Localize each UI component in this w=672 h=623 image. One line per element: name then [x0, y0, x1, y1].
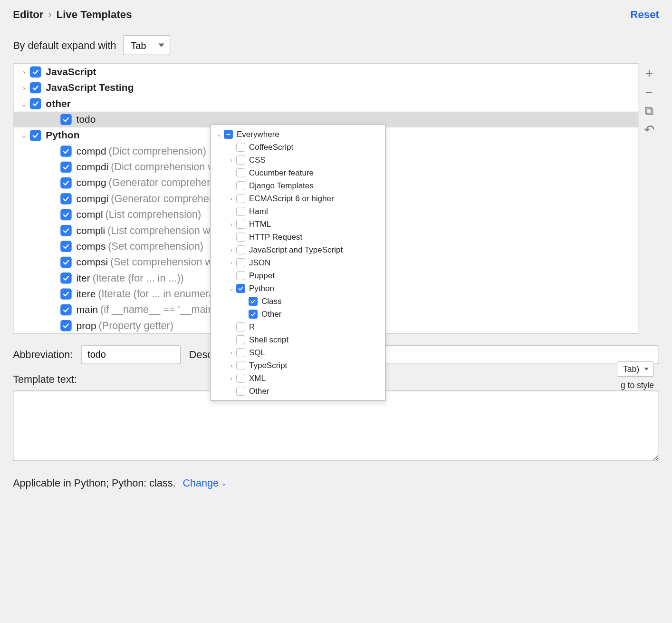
- checkbox-icon[interactable]: [236, 258, 245, 267]
- context-item[interactable]: ›ECMAScript 6 or higher: [211, 192, 385, 205]
- chevron-right-icon[interactable]: ›: [228, 362, 235, 370]
- tree-group-label: Python: [46, 129, 79, 141]
- undo-button[interactable]: ↶: [643, 123, 655, 136]
- context-item[interactable]: Django Templates: [211, 179, 385, 192]
- checkbox-icon[interactable]: [60, 162, 71, 173]
- checkbox-icon[interactable]: [236, 156, 245, 165]
- checkbox-icon[interactable]: [30, 130, 41, 141]
- context-item-label: HTTP Request: [249, 233, 302, 242]
- chevron-right-icon[interactable]: ›: [228, 259, 235, 267]
- checkbox-icon[interactable]: [236, 361, 245, 370]
- context-item[interactable]: Haml: [211, 205, 385, 218]
- context-item[interactable]: Class: [211, 295, 385, 308]
- checkbox-icon[interactable]: [236, 143, 245, 152]
- copy-button[interactable]: ⧉: [643, 105, 655, 117]
- expand-with-select-fragment[interactable]: Tab): [617, 361, 654, 377]
- context-item[interactable]: Shell script: [211, 333, 385, 346]
- context-item[interactable]: R: [211, 321, 385, 333]
- remove-button[interactable]: −: [643, 86, 655, 98]
- checkbox-icon[interactable]: [236, 245, 245, 254]
- tree-group-label: JavaScript Testing: [46, 82, 134, 94]
- checkbox-icon[interactable]: [249, 297, 258, 306]
- chevron-down-icon[interactable]: ⌄: [215, 131, 223, 138]
- context-item[interactable]: HTTP Request: [211, 231, 385, 243]
- context-item[interactable]: ⌄Python: [211, 282, 385, 295]
- checkbox-icon[interactable]: [60, 241, 71, 252]
- checkbox-icon[interactable]: [60, 320, 71, 331]
- tree-group[interactable]: ›JavaScript Testing: [13, 80, 638, 96]
- change-context-link[interactable]: Change ⌄: [182, 477, 227, 489]
- context-item[interactable]: Other: [211, 385, 385, 398]
- template-text-area[interactable]: [13, 390, 659, 461]
- checkbox-icon[interactable]: [236, 335, 245, 344]
- tree-item-label: iter: [77, 272, 90, 284]
- chevron-right-icon[interactable]: ›: [228, 156, 235, 164]
- tree-item-desc: (Dict comprehension): [109, 145, 206, 157]
- checkbox-icon[interactable]: [60, 304, 71, 315]
- chevron-down-icon[interactable]: ⌄: [19, 99, 29, 108]
- checkbox-icon[interactable]: [60, 114, 71, 125]
- context-popup[interactable]: ⌄EverywhereCoffeeScript›CSSCucumber feat…: [210, 125, 386, 401]
- context-item[interactable]: ›TypeScript: [211, 359, 385, 372]
- checkbox-icon[interactable]: [236, 284, 245, 293]
- checkbox-icon[interactable]: [236, 374, 245, 383]
- abbreviation-input[interactable]: [81, 345, 181, 364]
- checkbox-icon[interactable]: [60, 146, 71, 156]
- chevron-right-icon[interactable]: ›: [228, 349, 235, 357]
- context-root[interactable]: ⌄Everywhere: [211, 128, 385, 141]
- add-button[interactable]: +: [643, 67, 655, 80]
- checkbox-icon[interactable]: [236, 387, 245, 396]
- chevron-right-icon[interactable]: ›: [228, 195, 235, 203]
- chevron-down-icon[interactable]: ⌄: [19, 131, 29, 140]
- context-item[interactable]: Puppet: [211, 269, 385, 282]
- default-expand-select[interactable]: Tab: [123, 35, 170, 55]
- context-item[interactable]: ›HTML: [211, 218, 385, 231]
- checkbox-icon[interactable]: [30, 67, 41, 78]
- context-item[interactable]: CoffeeScript: [211, 141, 385, 154]
- tree-item-label: todo: [77, 114, 96, 126]
- context-item[interactable]: ›SQL: [211, 346, 385, 359]
- checkbox-icon[interactable]: [236, 181, 245, 190]
- checkbox-icon[interactable]: [60, 288, 71, 299]
- chevron-right-icon[interactable]: ›: [228, 221, 235, 228]
- checkbox-icon[interactable]: [60, 225, 71, 236]
- tree-group[interactable]: ›JavaScript: [13, 64, 638, 80]
- checkbox-icon[interactable]: [30, 82, 41, 93]
- context-item-label: SQL: [249, 348, 265, 358]
- context-item[interactable]: ›JSON: [211, 256, 385, 269]
- context-item[interactable]: Cucumber feature: [211, 166, 385, 179]
- checkbox-icon[interactable]: [236, 271, 245, 280]
- reset-link[interactable]: Reset: [630, 9, 659, 21]
- context-item[interactable]: Other: [211, 308, 385, 321]
- checkbox-icon[interactable]: [249, 310, 258, 319]
- context-item[interactable]: ›JavaScript and TypeScript: [211, 243, 385, 256]
- checkbox-icon[interactable]: [236, 220, 245, 229]
- checkbox-icon[interactable]: [236, 194, 245, 203]
- checkbox-icon[interactable]: [236, 207, 245, 216]
- chevron-right-icon[interactable]: ›: [19, 83, 29, 93]
- checkbox-icon[interactable]: [60, 257, 71, 268]
- checkbox-icon[interactable]: [60, 177, 71, 188]
- checkbox-icon[interactable]: [236, 348, 245, 357]
- tree-item-label: compgi: [77, 193, 109, 205]
- checkbox-icon[interactable]: [60, 193, 71, 204]
- chevron-right-icon[interactable]: ›: [228, 375, 235, 382]
- tree-item-desc: (Property getter): [99, 320, 173, 332]
- context-item[interactable]: ›XML: [211, 372, 385, 385]
- chevron-right-icon[interactable]: ›: [19, 67, 29, 77]
- checkbox-icon[interactable]: [236, 322, 245, 331]
- checkbox-icon[interactable]: [30, 98, 41, 109]
- context-item-label: XML: [249, 374, 266, 383]
- breadcrumb-editor[interactable]: Editor: [13, 9, 43, 21]
- chevron-down-icon[interactable]: ⌄: [228, 285, 235, 292]
- checkbox-icon[interactable]: [60, 273, 71, 283]
- checkbox-icon[interactable]: [236, 168, 245, 177]
- tree-group[interactable]: ⌄other: [13, 96, 638, 111]
- checkbox-indeterminate-icon[interactable]: [224, 130, 233, 139]
- checkbox-icon[interactable]: [60, 209, 71, 220]
- checkbox-icon[interactable]: [236, 233, 245, 242]
- chevron-right-icon[interactable]: ›: [228, 246, 235, 254]
- context-item[interactable]: ›CSS: [211, 154, 385, 166]
- context-item-label: TypeScript: [249, 361, 287, 370]
- tree-item-label: compd: [77, 146, 106, 157]
